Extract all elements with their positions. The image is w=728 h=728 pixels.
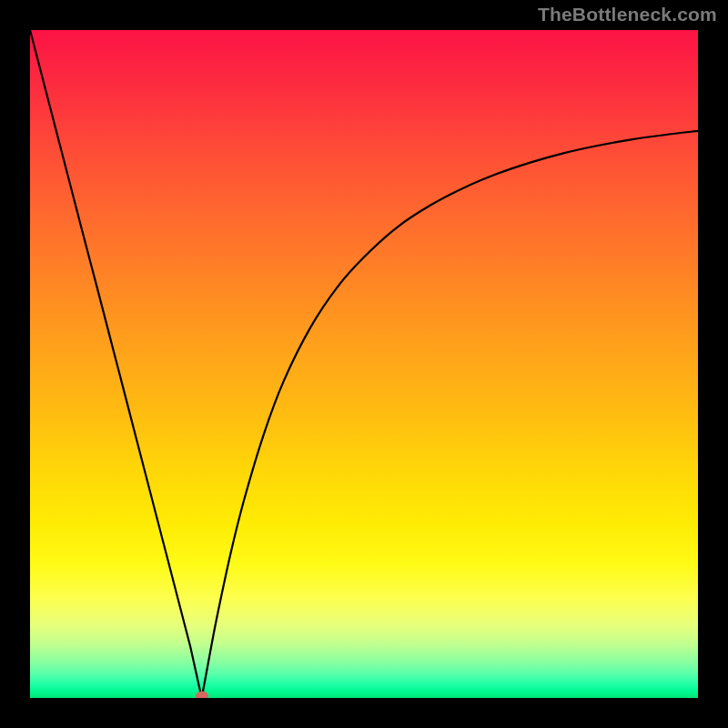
minimum-marker [196, 692, 208, 699]
plot-area [30, 30, 698, 698]
bottleneck-curve [30, 30, 698, 698]
watermark-text: TheBottleneck.com [538, 4, 717, 25]
chart-frame: TheBottleneck.com [0, 0, 728, 728]
